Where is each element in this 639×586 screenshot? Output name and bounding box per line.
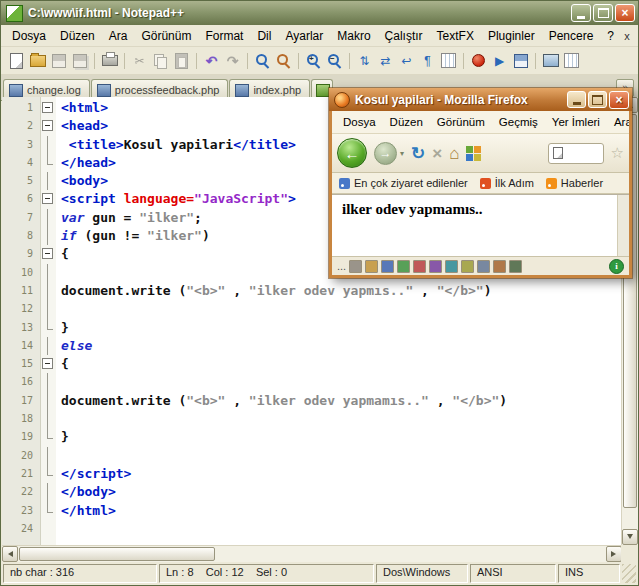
function-list-icon[interactable] (561, 51, 582, 71)
np-menu-item-4[interactable]: Görünüm (134, 27, 198, 45)
plugin-icon-7[interactable] (445, 260, 458, 273)
fold-toggle-icon[interactable] (40, 99, 55, 117)
ff-menu-item-4[interactable]: Geçmiş (492, 113, 545, 131)
scroll-down-button[interactable] (622, 529, 638, 545)
plugin-icon-2[interactable] (365, 260, 378, 273)
print-icon[interactable] (99, 51, 120, 71)
refresh-button[interactable]: ↻ (411, 145, 425, 162)
bookmark-star-icon[interactable]: ☆ (611, 144, 624, 162)
fold-margin-cell (40, 300, 55, 318)
np-menu-item-3[interactable]: Ara (102, 27, 135, 45)
np-menu-item-10[interactable]: TextFX (430, 27, 481, 45)
ff-menu-item-3[interactable]: Görünüm (430, 113, 492, 131)
ff-menu-item-1[interactable]: Dosya (336, 113, 383, 131)
plugin-icon-3[interactable] (381, 260, 394, 273)
history-dropdown-icon[interactable]: ▾ (400, 149, 404, 158)
page-scrollbar[interactable] (617, 195, 629, 256)
fold-toggle-icon[interactable] (40, 245, 55, 263)
np-menu-item-1[interactable]: Dosya (5, 27, 53, 45)
indent-guide-icon[interactable] (438, 51, 459, 71)
plugin-icon-5[interactable] (413, 260, 426, 273)
ff-bookmarks-toolbar: En çok ziyaret edilenlerİlk AdımHaberler (332, 173, 629, 194)
sync-horizontal-icon[interactable]: ⇄ (375, 51, 396, 71)
plugin-icon-8[interactable] (461, 260, 474, 273)
np-title-bar[interactable]: C:\www\if.html - Notepad++ × (1, 1, 638, 25)
fold-toggle-icon[interactable] (40, 117, 55, 135)
copy-icon[interactable] (150, 51, 171, 71)
redo-icon[interactable]: ↷ (222, 51, 243, 71)
ff-maximize-button[interactable] (588, 91, 607, 108)
find-icon[interactable] (252, 51, 273, 71)
ff-close-button[interactable]: × (609, 91, 629, 109)
speed-dial-icon[interactable] (466, 146, 481, 161)
scroll-left-button[interactable] (2, 546, 18, 562)
horizontal-scrollbar[interactable] (2, 545, 622, 562)
np-menu-item-2[interactable]: Düzen (53, 27, 102, 45)
ff-title-bar[interactable]: Kosul yapilari - Mozilla Firefox × (329, 88, 632, 111)
plugin-icon-10[interactable] (493, 260, 506, 273)
plugin-icon-9[interactable] (477, 260, 490, 273)
np-menu-item-6[interactable]: Dil (250, 27, 278, 45)
home-button[interactable]: ⌂ (449, 145, 459, 162)
scroll-right-button[interactable] (606, 546, 622, 562)
np-maximize-button[interactable] (593, 4, 613, 22)
firefox-app-icon (334, 92, 350, 108)
info-icon[interactable]: i (609, 259, 624, 274)
bookmark-label: Haberler (561, 177, 603, 189)
np-menu-item-8[interactable]: Makro (330, 27, 377, 45)
code-line: 21</script> (2, 465, 622, 483)
plugin-icon-4[interactable] (397, 260, 410, 273)
bookmark-item-3[interactable]: Haberler (546, 177, 603, 189)
statusbar-ellipsis[interactable]: ... (337, 260, 346, 272)
fold-toggle-icon[interactable] (40, 190, 55, 208)
zoom-out-icon[interactable]: − (324, 51, 345, 71)
bookmark-icon (480, 178, 491, 189)
word-wrap-icon[interactable]: ↩ (396, 51, 417, 71)
play-macro-icon[interactable]: ▶ (489, 51, 510, 71)
bookmark-item-2[interactable]: İlk Adım (480, 177, 534, 189)
np-close-document-button[interactable]: x (621, 30, 633, 42)
np-close-button[interactable]: × (615, 4, 635, 22)
fold-toggle-icon[interactable] (40, 355, 55, 373)
ff-menu-item-6[interactable]: Araçlar (607, 113, 629, 131)
new-file-icon[interactable] (6, 51, 27, 71)
open-file-icon[interactable] (27, 51, 48, 71)
paste-icon[interactable] (171, 51, 192, 71)
bookmark-item-1[interactable]: En çok ziyaret edilenler (339, 177, 468, 189)
plugin-icon-1[interactable] (349, 260, 362, 273)
replace-icon[interactable] (273, 51, 294, 71)
plugin-icon-11[interactable] (509, 260, 522, 273)
np-menu-item-5[interactable]: Format (198, 27, 250, 45)
line-number: 18 (2, 410, 40, 428)
resize-grip[interactable] (622, 564, 636, 583)
zoom-in-icon[interactable]: + (303, 51, 324, 71)
back-button[interactable]: ← (337, 138, 367, 168)
np-menu-item-11[interactable]: Pluginler (481, 27, 542, 45)
code-text: } (55, 319, 69, 337)
stop-button[interactable]: × (432, 145, 442, 162)
np-menu-item-13[interactable]: ? (600, 27, 621, 45)
sync-vertical-icon[interactable]: ⇅ (354, 51, 375, 71)
ff-menu-item-2[interactable]: Düzen (383, 113, 430, 131)
horizontal-scroll-thumb[interactable] (19, 547, 215, 561)
location-bar[interactable] (548, 143, 604, 164)
plugin-icon-6[interactable] (429, 260, 442, 273)
show-symbols-icon[interactable]: ¶ (417, 51, 438, 71)
cut-icon[interactable]: ✂ (129, 51, 150, 71)
file-icon (235, 84, 249, 97)
ff-menu-item-5[interactable]: Yer İmleri (545, 113, 607, 131)
np-menu-item-12[interactable]: Pencere (542, 27, 601, 45)
code-line: 24 (2, 520, 622, 538)
ff-minimize-button[interactable] (567, 91, 586, 108)
save-all-icon[interactable] (69, 51, 90, 71)
undo-icon[interactable]: ↶ (201, 51, 222, 71)
np-menu-item-7[interactable]: Ayarlar (278, 27, 330, 45)
np-menu-item-9[interactable]: Çalıştır (378, 27, 430, 45)
forward-button[interactable]: → (374, 142, 397, 165)
doc-map-icon[interactable] (540, 51, 561, 71)
save-file-icon[interactable] (48, 51, 69, 71)
record-macro-icon[interactable] (468, 51, 489, 71)
np-minimize-button[interactable] (571, 4, 591, 22)
page-text: ilker odev yapmamıs.. (342, 201, 483, 217)
save-macro-icon[interactable] (510, 51, 531, 71)
